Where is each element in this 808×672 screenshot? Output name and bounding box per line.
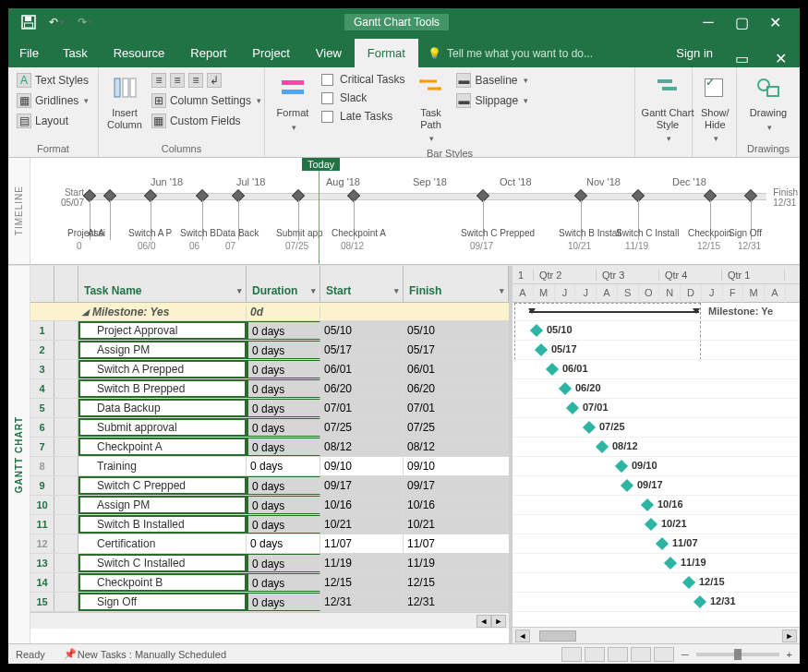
- milestone-diamond[interactable]: [682, 576, 695, 589]
- chart-row[interactable]: 06/01: [513, 360, 800, 379]
- finish-cell[interactable]: 11/19: [404, 554, 509, 572]
- start-cell[interactable]: 05/17: [320, 341, 404, 359]
- task-row[interactable]: 1Project Approval0 days05/1005/10: [30, 321, 509, 341]
- milestone-diamond[interactable]: [645, 518, 657, 531]
- row-number[interactable]: 7: [30, 438, 54, 456]
- start-cell[interactable]: 08/12: [320, 438, 404, 456]
- row-number[interactable]: 4: [30, 379, 54, 398]
- finish-cell[interactable]: 07/25: [404, 418, 509, 437]
- chart-row[interactable]: 05/17: [513, 341, 800, 360]
- menu-format[interactable]: Format: [355, 39, 418, 67]
- finish-cell[interactable]: 09/17: [404, 476, 509, 495]
- col-start[interactable]: Start▾: [320, 266, 404, 302]
- task-name-cell[interactable]: Checkpoint B: [78, 573, 247, 592]
- milestone-diamond[interactable]: [615, 460, 628, 473]
- minimize-button[interactable]: ─: [700, 14, 717, 30]
- task-row[interactable]: 4Switch B Prepped0 days06/2006/20: [30, 379, 509, 399]
- zoom-out-button[interactable]: ─: [681, 649, 689, 660]
- task-row[interactable]: 14Checkpoint B0 days12/1512/15: [30, 573, 509, 593]
- task-name-cell[interactable]: Assign PM: [78, 341, 247, 359]
- task-row[interactable]: 5Data Backup0 days07/0107/01: [30, 399, 509, 418]
- start-cell[interactable]: 11/07: [320, 534, 404, 553]
- column-settings-button[interactable]: ⊞Column Settings▾: [149, 91, 264, 110]
- start-cell[interactable]: 12/31: [320, 593, 404, 611]
- late-tasks-checkbox[interactable]: Late Tasks: [319, 108, 407, 125]
- scroll-left-icon[interactable]: ◄: [515, 630, 530, 642]
- layout-button[interactable]: ▤Layout: [14, 112, 92, 130]
- task-row[interactable]: 9Switch C Prepped0 days09/1709/17: [30, 476, 509, 496]
- task-row[interactable]: 6Submit approval0 days07/2507/25: [30, 418, 509, 438]
- show-hide-button[interactable]: Show/ Hide▾: [698, 71, 732, 146]
- chart-row[interactable]: 08/12: [513, 438, 800, 457]
- baseline-button[interactable]: ▬Baseline▾: [453, 71, 531, 90]
- finish-cell[interactable]: 11/07: [404, 534, 509, 553]
- duration-cell[interactable]: 0 days: [247, 496, 320, 514]
- row-number[interactable]: 13: [30, 554, 54, 572]
- drawing-button[interactable]: Drawing▾: [742, 71, 794, 141]
- milestone-diamond[interactable]: [546, 363, 559, 376]
- chart-row[interactable]: 07/01: [513, 399, 800, 418]
- row-number[interactable]: 15: [30, 593, 54, 611]
- start-cell[interactable]: 09/17: [320, 476, 404, 495]
- collapse-icon[interactable]: ◢: [82, 307, 89, 317]
- milestone-diamond[interactable]: [583, 421, 596, 434]
- text-styles-button[interactable]: AText Styles: [14, 71, 92, 90]
- milestone-diamond[interactable]: [559, 382, 572, 395]
- task-name-cell[interactable]: Switch C Installed: [78, 554, 247, 572]
- finish-cell[interactable]: 09/10: [404, 457, 509, 475]
- chart-row[interactable]: 10/21: [513, 515, 800, 534]
- finish-cell[interactable]: 06/20: [404, 379, 509, 398]
- milestone-diamond[interactable]: [656, 537, 669, 550]
- scroll-right-icon[interactable]: ►: [782, 630, 797, 642]
- task-row[interactable]: 11Switch B Installed0 days10/2110/21: [30, 515, 509, 534]
- task-name-cell[interactable]: Switch B Prepped: [78, 379, 247, 398]
- finish-cell[interactable]: 12/15: [404, 573, 509, 592]
- task-row[interactable]: 3Switch A Prepped0 days06/0106/01: [30, 360, 509, 379]
- duration-cell[interactable]: 0 days: [247, 534, 320, 553]
- task-row[interactable]: 15Sign Off0 days12/3112/31: [30, 593, 509, 612]
- gantt-chart-style-button[interactable]: Gantt Chart Style▾: [641, 71, 694, 146]
- finish-cell[interactable]: 07/01: [404, 399, 509, 417]
- view-btn-5[interactable]: [654, 647, 674, 662]
- chart-row[interactable]: 11/19: [513, 554, 800, 573]
- duration-cell[interactable]: 0 days: [247, 341, 320, 359]
- start-cell[interactable]: 11/19: [320, 554, 404, 572]
- task-name-cell[interactable]: Sign Off: [78, 593, 247, 611]
- row-number[interactable]: 9: [30, 476, 54, 495]
- start-cell[interactable]: 09/10: [320, 457, 404, 475]
- row-number[interactable]: 14: [30, 573, 54, 592]
- view-btn-1[interactable]: [561, 647, 582, 662]
- start-cell[interactable]: 06/20: [320, 379, 404, 398]
- row-number[interactable]: 8: [30, 457, 54, 475]
- finish-cell[interactable]: 08/12: [404, 438, 509, 456]
- custom-fields-button[interactable]: ▦Custom Fields: [149, 112, 264, 130]
- task-row[interactable]: 8Training0 days09/1009/10: [30, 457, 509, 476]
- task-name-cell[interactable]: Project Approval: [78, 321, 247, 340]
- view-btn-3[interactable]: [608, 647, 628, 662]
- undo-button[interactable]: ↶ ▾: [49, 16, 65, 29]
- task-name-cell[interactable]: Switch C Prepped: [78, 476, 247, 495]
- start-cell[interactable]: 12/15: [320, 573, 404, 592]
- gridlines-button[interactable]: ▦Gridlines▾: [14, 91, 92, 110]
- menu-view[interactable]: View: [303, 39, 355, 67]
- critical-tasks-checkbox[interactable]: Critical Tasks: [319, 71, 407, 88]
- milestone-diamond[interactable]: [535, 343, 548, 356]
- finish-cell[interactable]: 05/17: [404, 341, 509, 359]
- task-name-cell[interactable]: Checkpoint A: [78, 438, 247, 456]
- milestone-diamond[interactable]: [641, 498, 654, 511]
- menu-task[interactable]: Task: [50, 39, 101, 67]
- task-row[interactable]: 2Assign PM0 days05/1705/17: [30, 341, 509, 360]
- duration-cell[interactable]: 0 days: [247, 379, 320, 398]
- scroll-thumb[interactable]: [539, 630, 576, 642]
- slippage-button[interactable]: ▬Slippage▾: [453, 91, 531, 110]
- row-number[interactable]: 6: [30, 418, 54, 437]
- chart-row[interactable]: 12/15: [513, 573, 800, 593]
- duration-cell[interactable]: 0 days: [247, 515, 320, 534]
- chart-row[interactable]: 11/07: [513, 534, 800, 554]
- milestone-diamond[interactable]: [621, 479, 633, 492]
- duration-cell[interactable]: 0 days: [247, 554, 320, 572]
- duration-cell[interactable]: 0 days: [247, 593, 320, 611]
- task-path-button[interactable]: Task Path▾: [411, 71, 450, 146]
- close-button[interactable]: ✕: [766, 14, 783, 30]
- task-name-cell[interactable]: Data Backup: [78, 399, 247, 417]
